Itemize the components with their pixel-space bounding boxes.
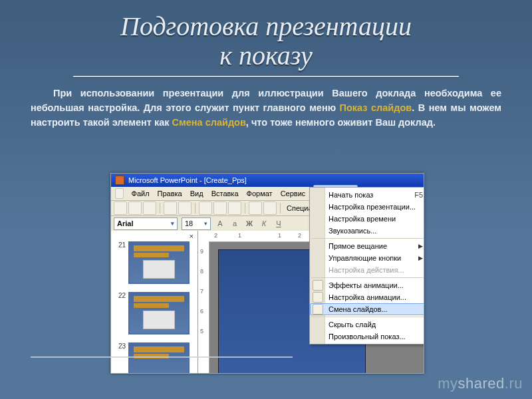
decrease-font-icon[interactable]: a <box>229 218 240 229</box>
submenu-arrow-icon: ▶ <box>418 243 423 249</box>
menu-item[interactable]: Эффекты анимации... <box>310 279 424 291</box>
menu-view[interactable]: Вид <box>190 190 203 198</box>
increase-font-icon[interactable]: A <box>215 218 225 229</box>
menu-separator <box>311 238 424 239</box>
footer-line <box>31 356 293 358</box>
thumb-number: 21 <box>114 241 128 249</box>
title-line1: Подготовка презентации <box>120 11 412 41</box>
tb-undo-icon[interactable] <box>249 201 262 215</box>
wm-a: my <box>438 375 458 392</box>
tb-preview-icon[interactable] <box>178 201 192 215</box>
title-underline <box>73 76 459 77</box>
chevron-down-icon[interactable]: ▾ <box>204 220 207 227</box>
thumb-row[interactable]: 22 <box>114 292 195 334</box>
powerpoint-icon <box>115 176 124 185</box>
menu-item-icon <box>313 304 323 315</box>
menu-item[interactable]: Произвольный показ... <box>310 331 424 342</box>
menu-item-icon <box>313 292 323 303</box>
slide-title: Подготовка презентации к показу <box>27 12 505 70</box>
menu-item-label: Начать показ <box>329 191 373 199</box>
menu-item[interactable]: Настройка времени <box>310 213 424 225</box>
menu-tools[interactable]: Сервис <box>281 190 306 198</box>
tb-new-icon[interactable] <box>114 201 127 215</box>
close-icon[interactable]: × <box>190 232 194 240</box>
slide-thumbnail[interactable] <box>128 241 190 284</box>
menu-item-label: Эффекты анимации... <box>329 281 404 289</box>
italic-button[interactable]: К <box>259 218 269 229</box>
slide-thumbnail[interactable] <box>128 292 190 334</box>
menu-item-label: Настройка действия... <box>329 266 404 274</box>
menu-item-label: Звукозапись... <box>329 227 376 235</box>
thumb-row[interactable]: 21 <box>114 241 195 284</box>
title-line2: к показу <box>219 41 313 70</box>
menu-item-label: Смена слайдов... <box>329 305 388 313</box>
bold-button[interactable]: Ж <box>244 218 255 229</box>
tb-save-icon[interactable] <box>143 201 156 215</box>
tb-cut-icon[interactable] <box>199 201 212 215</box>
menu-item[interactable]: Скрыть слайд <box>310 319 424 331</box>
wm-b: shared <box>458 375 505 392</box>
tb-sep <box>245 203 245 213</box>
menu-item-label: Настройка анимации... <box>329 293 406 301</box>
window-title: Microsoft PowerPoint - [Create_Pps] <box>128 176 247 184</box>
thumb-row[interactable]: 23 <box>114 342 195 374</box>
menu-item-label: Прямое вещание <box>329 242 387 250</box>
tb-redo-icon[interactable] <box>263 201 277 215</box>
wm-ru: .ru <box>505 375 523 392</box>
slideshow-dropdown[interactable]: Начать показF5Настройка презентации...На… <box>309 187 424 344</box>
underline-button[interactable]: Ч <box>273 218 284 229</box>
thumb-number: 23 <box>114 342 128 350</box>
font-value: Arial <box>117 219 133 227</box>
menu-insert[interactable]: Вставка <box>211 190 239 198</box>
para-hl2: Смена слайдов <box>172 117 246 128</box>
menu-item-icon <box>313 280 323 291</box>
thumb-number: 22 <box>114 292 128 299</box>
menu-item[interactable]: Настройка анимации... <box>310 291 424 303</box>
menu-item: Настройка действия... <box>310 264 424 276</box>
menu-item-label: Управляющие кнопки <box>329 254 401 262</box>
menu-item-label: Произвольный показ... <box>329 332 406 340</box>
menu-item[interactable]: Смена слайдов... <box>310 303 424 315</box>
menu-item[interactable]: Управляющие кнопки▶ <box>310 252 424 264</box>
fontsize-combo[interactable]: 18▾ <box>182 217 211 230</box>
para-seg3: , что тоже немного оживит Ваш доклад. <box>246 117 436 128</box>
submenu-arrow-icon: ▶ <box>418 255 423 261</box>
menu-separator <box>311 317 424 317</box>
menu-item[interactable]: Прямое вещание▶ <box>310 240 424 252</box>
menu-format[interactable]: Формат <box>247 190 273 198</box>
menu-edit[interactable]: Правка <box>158 190 182 198</box>
menubar-icon[interactable] <box>115 188 124 199</box>
ruler-vertical: 9 8 7 6 5 <box>198 241 209 373</box>
menu-file[interactable]: Файл <box>132 190 150 198</box>
menu-shortcut: F5 <box>414 191 423 199</box>
slides-panel[interactable]: × 21 22 23 <box>111 231 198 373</box>
menu-item[interactable]: Начать показF5 <box>310 189 424 201</box>
menu-item[interactable]: Звукозапись... <box>310 225 424 237</box>
font-combo[interactable]: Arial▾ <box>114 217 178 230</box>
watermark: myshared.ru <box>438 375 523 392</box>
slide-thumbnail[interactable] <box>128 342 190 374</box>
tb-copy-icon[interactable] <box>213 201 227 215</box>
menu-item-label: Скрыть слайд <box>329 321 376 329</box>
para-hl1: Показ слайдов <box>340 102 412 113</box>
menu-item-label: Настройка времени <box>329 215 396 223</box>
tb-open-icon[interactable] <box>128 201 142 215</box>
menu-separator <box>311 277 424 278</box>
window-titlebar: Microsoft PowerPoint - [Create_Pps] <box>111 174 424 187</box>
tb-sep <box>280 203 281 213</box>
menu-item-label: Настройка презентации... <box>329 203 416 211</box>
menu-item[interactable]: Настройка презентации... <box>310 201 424 213</box>
tb-sep <box>195 203 196 213</box>
fontsize-value: 18 <box>185 219 193 227</box>
body-paragraph: При использовании презентации для иллюст… <box>31 86 501 130</box>
chevron-down-icon[interactable]: ▾ <box>171 220 174 227</box>
powerpoint-screenshot: Microsoft PowerPoint - [Create_Pps] Файл… <box>110 173 424 374</box>
tb-paste-icon[interactable] <box>228 201 241 215</box>
tb-print-icon[interactable] <box>164 201 177 215</box>
tb-sep <box>160 203 160 213</box>
